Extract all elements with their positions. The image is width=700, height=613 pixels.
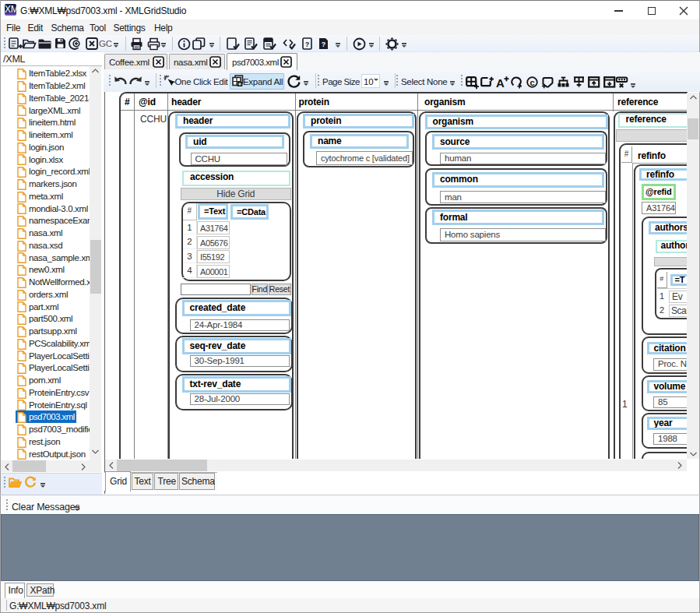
svg-text:?: ? xyxy=(322,41,325,48)
svg-text:c: c xyxy=(530,77,535,86)
svg-text:?: ? xyxy=(304,41,308,48)
svg-text:A: A xyxy=(496,76,505,89)
